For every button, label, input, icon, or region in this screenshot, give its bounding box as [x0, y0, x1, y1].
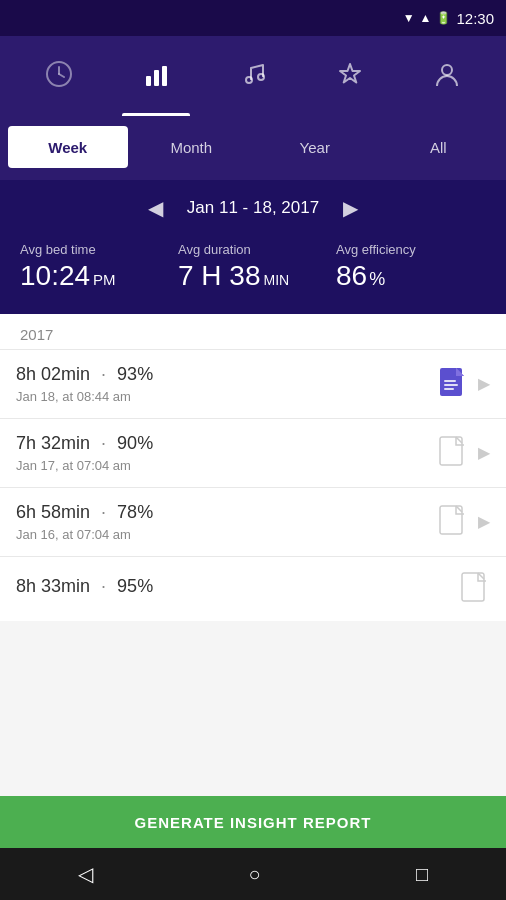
back-button[interactable]: ◁	[58, 854, 113, 894]
empty-doc-icon	[438, 504, 468, 540]
record-item[interactable]: 7h 32min · 90% Jan 17, at 07:04 am ▶	[0, 418, 506, 487]
svg-rect-15	[440, 506, 462, 534]
svg-rect-5	[162, 66, 167, 86]
empty-doc-icon	[438, 435, 468, 471]
generate-insight-report-button[interactable]: GENERATE INSIGHT REPORT	[0, 796, 506, 848]
avg-stats-row: Avg bed time 10:24PM Avg duration 7 H 38…	[20, 242, 486, 292]
svg-point-8	[442, 65, 452, 75]
date-range-label: Jan 11 - 18, 2017	[187, 198, 319, 218]
nav-item-favorites[interactable]	[302, 36, 399, 116]
recent-button[interactable]: □	[396, 855, 448, 894]
empty-doc-icon	[460, 571, 490, 607]
svg-rect-12	[444, 388, 454, 390]
nav-item-clock[interactable]	[10, 36, 107, 116]
record-right: ▶	[438, 435, 490, 471]
wifi-icon: ▼	[403, 11, 415, 25]
record-stats: 6h 58min · 78%	[16, 502, 438, 523]
svg-rect-3	[146, 76, 151, 86]
tab-month[interactable]: Month	[132, 126, 252, 168]
avg-efficiency-value: 86%	[336, 261, 486, 292]
chevron-right-icon: ▶	[478, 443, 490, 462]
home-button[interactable]: ○	[228, 855, 280, 894]
record-date: Jan 16, at 07:04 am	[16, 527, 438, 542]
nav-item-profile[interactable]	[399, 36, 496, 116]
system-nav-bar: ◁ ○ □	[0, 848, 506, 900]
svg-line-2	[59, 74, 64, 77]
record-right: ▶	[438, 366, 490, 402]
prev-week-button[interactable]: ◀	[140, 192, 171, 224]
status-icons: ▼ ▲ 🔋 12:30	[403, 10, 494, 27]
next-week-button[interactable]: ▶	[335, 192, 366, 224]
music-icon	[239, 60, 267, 92]
avg-bed-time-value: 10:24PM	[20, 261, 170, 292]
avg-bed-time-label: Avg bed time	[20, 242, 170, 257]
record-stats: 7h 32min · 90%	[16, 433, 438, 454]
record-left: 7h 32min · 90% Jan 17, at 07:04 am	[16, 433, 438, 473]
record-item[interactable]: 8h 33min · 95%	[0, 556, 506, 621]
records-section: 2017 8h 02min · 93% Jan 18, at 08:44 am …	[0, 314, 506, 621]
svg-rect-4	[154, 70, 159, 86]
nav-bar	[0, 36, 506, 116]
record-right: ▶	[438, 504, 490, 540]
stats-icon	[142, 60, 170, 92]
signal-icon: ▲	[420, 11, 432, 25]
tab-week[interactable]: Week	[8, 126, 128, 168]
record-date: Jan 17, at 07:04 am	[16, 458, 438, 473]
date-navigator: ◀ Jan 11 - 18, 2017 ▶	[20, 192, 486, 224]
avg-duration-value: 7 H 38MIN	[178, 261, 328, 292]
profile-icon	[433, 60, 461, 92]
tab-year[interactable]: Year	[255, 126, 375, 168]
record-stats: 8h 33min · 95%	[16, 576, 460, 597]
nav-item-music[interactable]	[204, 36, 301, 116]
clock-icon	[45, 60, 73, 92]
year-header: 2017	[0, 314, 506, 349]
record-left: 6h 58min · 78% Jan 16, at 07:04 am	[16, 502, 438, 542]
record-item[interactable]: 6h 58min · 78% Jan 16, at 07:04 am ▶	[0, 487, 506, 556]
battery-icon: 🔋	[436, 11, 451, 25]
avg-duration: Avg duration 7 H 38MIN	[178, 242, 328, 292]
status-time: 12:30	[456, 10, 494, 27]
record-left: 8h 02min · 93% Jan 18, at 08:44 am	[16, 364, 438, 404]
star-icon	[336, 60, 364, 92]
svg-rect-17	[462, 573, 484, 601]
record-right	[460, 571, 490, 607]
record-item[interactable]: 8h 02min · 93% Jan 18, at 08:44 am ▶	[0, 349, 506, 418]
chevron-right-icon: ▶	[478, 374, 490, 393]
svg-rect-10	[444, 380, 456, 382]
avg-bed-time: Avg bed time 10:24PM	[20, 242, 170, 292]
record-stats: 8h 02min · 93%	[16, 364, 438, 385]
record-date: Jan 18, at 08:44 am	[16, 389, 438, 404]
svg-point-7	[258, 74, 264, 80]
svg-rect-13	[440, 437, 462, 465]
stats-section: ◀ Jan 11 - 18, 2017 ▶ Avg bed time 10:24…	[0, 180, 506, 314]
tabs-container: Week Month Year All	[0, 116, 506, 180]
avg-efficiency-label: Avg efficiency	[336, 242, 486, 257]
svg-point-6	[246, 77, 252, 83]
avg-efficiency: Avg efficiency 86%	[336, 242, 486, 292]
nav-item-stats[interactable]	[107, 36, 204, 116]
tab-all[interactable]: All	[379, 126, 499, 168]
avg-duration-label: Avg duration	[178, 242, 328, 257]
svg-rect-11	[444, 384, 458, 386]
status-bar: ▼ ▲ 🔋 12:30	[0, 0, 506, 36]
chevron-right-icon: ▶	[478, 512, 490, 531]
filled-doc-icon	[438, 366, 468, 402]
generate-btn-label: GENERATE INSIGHT REPORT	[135, 814, 372, 831]
record-left: 8h 33min · 95%	[16, 576, 460, 601]
